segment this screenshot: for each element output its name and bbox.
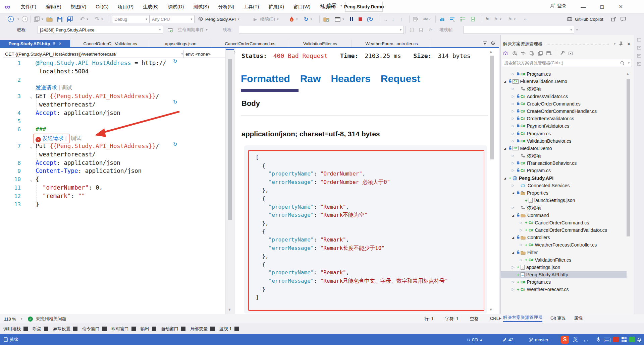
save-icon[interactable] [57, 15, 63, 23]
menu-item[interactable]: 项目(P) [113, 0, 138, 13]
expand-icon[interactable]: ▷ [511, 85, 516, 92]
tree-item[interactable]: ▷依赖项 [500, 204, 627, 211]
search-control[interactable]: 搜索 ▾ [320, 3, 342, 9]
restart-icon[interactable]: (↻ [367, 15, 373, 23]
tree-item[interactable]: ▷C#ITransactionBehavior.cs [500, 159, 627, 167]
tree-item[interactable]: ▷+{}appsettings.json [500, 264, 627, 271]
menu-item[interactable]: 扩展(X) [264, 0, 289, 13]
zoom-dropdown-icon[interactable]: ▾ [21, 317, 22, 321]
microphone-icon[interactable] [596, 337, 600, 342]
codelens-row[interactable]: 发送请求 | 调试 [0, 84, 225, 92]
menu-item[interactable]: 生成(B) [138, 0, 163, 13]
process-window-icon[interactable] [168, 26, 173, 34]
ime-language-toggle[interactable]: 英 [573, 334, 578, 345]
continue-play-icon[interactable]: ▶ [254, 15, 257, 23]
github-copilot-label[interactable]: GitHub Copilot [575, 15, 603, 23]
flag-threads-icon[interactable] [419, 26, 424, 34]
open-folder-icon[interactable] [46, 15, 53, 23]
menu-item[interactable]: 窗口(W) [289, 0, 315, 13]
response-tab-raw[interactable]: Raw [300, 73, 321, 84]
tree-item[interactable]: ▷+C#ValidationFilter.cs [500, 256, 627, 264]
expand-icon[interactable]: ▷ [511, 122, 516, 130]
code-line[interactable]: 13} [0, 200, 225, 209]
editor-scrollbar-thumb[interactable] [228, 59, 232, 220]
panel-tab-solution-explorer[interactable]: 解决方案资源管理器 [503, 315, 542, 322]
tree-item[interactable]: ▷依赖项 [500, 85, 627, 92]
menu-item[interactable]: 编辑(E) [41, 0, 66, 13]
startup-project-dropdown[interactable]: Peng.Study.API▾ [205, 15, 239, 23]
continue-button[interactable]: 继续(C)▾ [260, 15, 279, 23]
expand-icon[interactable]: ▷ [511, 167, 516, 174]
tree-item[interactable]: ▷C#AddressValidator.cs [500, 93, 627, 100]
git-branch-status[interactable]: master [529, 334, 548, 345]
active-files-dropdown-icon[interactable] [482, 41, 487, 46]
tree-item[interactable]: ◢Controllers [500, 234, 627, 241]
notifications-bell-icon[interactable] [637, 337, 642, 342]
tool-window-tab-icon[interactable] [210, 327, 215, 331]
home-icon[interactable] [568, 51, 573, 56]
redo-icon[interactable]: ↷▾ [95, 15, 103, 23]
sync-with-active-document-icon[interactable] [521, 51, 526, 55]
debug-request-link[interactable]: 调试 [69, 135, 82, 141]
code-lines[interactable]: 1@Peng.Study.API_HostAddress = http:// l… [0, 59, 225, 208]
pending-edits-status[interactable]: 42 [502, 334, 513, 345]
tree-item[interactable]: ▷C#Program.cs [500, 70, 627, 78]
bookmark-flag-icon[interactable]: ⚑ [485, 15, 489, 23]
ime-logo-icon[interactable]: S [561, 336, 569, 344]
tree-item[interactable]: ▷+C#Program.cs [500, 278, 627, 286]
thread-dropdown[interactable]: ▾ [239, 26, 404, 34]
expand-icon[interactable]: ▷ [511, 137, 516, 145]
open-external-icon[interactable] [611, 15, 616, 23]
tool-window-tab[interactable]: 监视 1 [219, 326, 232, 332]
tree-item[interactable]: ◢+Peng.Study.API [500, 175, 627, 182]
save-all-icon[interactable] [66, 15, 73, 23]
response-scroll-up-icon[interactable]: ▲ [489, 50, 493, 54]
menu-item[interactable]: 文件(F) [16, 0, 41, 13]
tree-item[interactable]: ◢C#Mediator.Demo [500, 145, 627, 152]
step-out-icon[interactable]: ↑ [400, 15, 403, 23]
collapse-icon[interactable]: ◢ [511, 212, 516, 219]
pin-icon[interactable] [619, 42, 623, 46]
expand-icon[interactable]: ▷ [511, 108, 516, 115]
send-request-link[interactable]: 发送请求 [36, 85, 57, 90]
tool-window-tab[interactable]: 异常设置 [53, 326, 70, 332]
ime-punctuation-toggle[interactable]: ，。 [582, 334, 591, 345]
test-explorer-icon[interactable] [460, 15, 466, 23]
keyboard-icon[interactable] [604, 338, 610, 342]
zoom-level[interactable]: 118 % [4, 317, 16, 322]
toggle-flagged-icon[interactable]: ⟳ [429, 26, 432, 34]
tool-window-tab[interactable]: 命令窗口 [82, 326, 100, 332]
panel-drag-handle[interactable] [546, 43, 609, 45]
menu-item[interactable]: 测试(S) [189, 0, 214, 13]
line-indicator[interactable]: 行: 1 [424, 316, 433, 322]
expand-icon[interactable]: ▷ [519, 219, 524, 226]
code-line[interactable]: 1@Peng.Study.API_HostAddress = http:// [0, 59, 225, 67]
tree-item[interactable]: ▷+C#CancelOrderCommand.cs [500, 219, 627, 226]
document-tab[interactable]: WeatherForec...ontroller.cs [352, 40, 432, 47]
tree-item[interactable]: ▷C#Program.cs [500, 130, 627, 137]
spaces-indicator[interactable]: 空格 [470, 316, 479, 322]
navigate-back-icon[interactable] [7, 15, 14, 23]
tree-item[interactable]: ▷C#ValidationBehavior.cs [500, 137, 627, 145]
send-request-link[interactable]: 发送请求 [42, 135, 64, 141]
editor-scroll-down-icon[interactable]: ▼ [228, 307, 231, 312]
expand-icon[interactable]: ▷ [511, 286, 516, 293]
tree-item[interactable]: +{}launchSettings.json [500, 197, 627, 204]
code-line[interactable]: 7⌄Put {{Peng.Study.API_HostAddress}}/ [0, 142, 225, 150]
expand-icon[interactable]: ▷ [519, 256, 524, 264]
stackframe-dropdown[interactable]: ▾ [464, 26, 574, 34]
expand-icon[interactable]: ▷ [511, 115, 516, 122]
eol-indicator[interactable]: CRLF [490, 316, 501, 322]
browse-files-icon[interactable] [323, 15, 329, 23]
tool-window-tab[interactable]: 调用堆栈 [3, 326, 21, 332]
tool-window-tab-icon[interactable] [181, 327, 185, 331]
menu-item[interactable]: 调试(D) [163, 0, 189, 13]
close-button[interactable]: ✕ [613, 0, 629, 13]
tree-item[interactable]: ▷依赖项 [500, 152, 627, 159]
platform-dropdown[interactable]: Any CPU▾ [150, 15, 195, 23]
code-line-wrap[interactable]: weatherforecast/ [0, 150, 225, 159]
github-copilot-icon[interactable] [567, 15, 574, 23]
copilot-chat-icon[interactable] [621, 15, 626, 23]
tool-window-tab[interactable]: 输出 [141, 326, 149, 332]
tree-item[interactable]: ◢C#FluentValidation.Demo [500, 78, 627, 85]
